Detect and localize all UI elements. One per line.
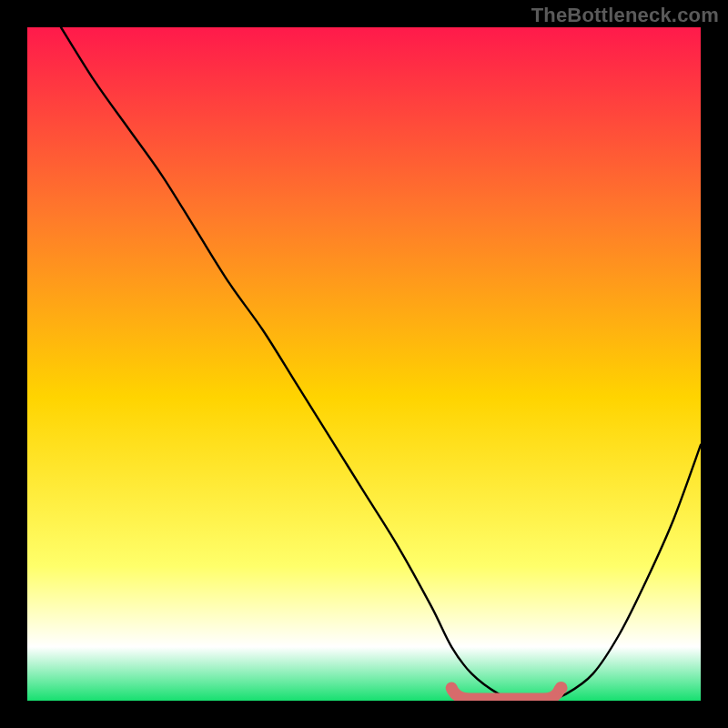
target-zone-dot — [555, 682, 568, 694]
chart-frame: TheBottleneck.com — [0, 0, 728, 728]
plot-svg — [27, 27, 701, 701]
bottleneck-plot — [27, 27, 701, 701]
watermark-text: TheBottleneck.com — [531, 4, 719, 27]
